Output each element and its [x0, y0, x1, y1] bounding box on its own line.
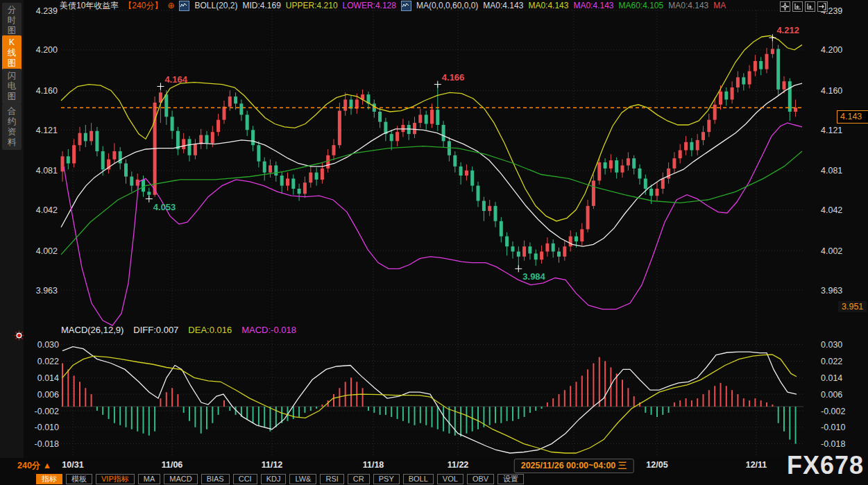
macd-axis-label: -0.002	[821, 407, 845, 416]
price-annotation: 4.053	[153, 202, 176, 212]
y-axis-label: 3.963	[36, 286, 58, 296]
boll-lower-value: LOWER:4.128	[343, 1, 396, 10]
x-axis-label: 11/18	[363, 460, 384, 470]
zoom-in-icon[interactable]	[805, 1, 815, 12]
ma0-magenta-value: MA0:4.143	[573, 1, 613, 10]
y-axis-label: 3.963	[821, 286, 842, 296]
last-price-tag: 4.143	[837, 110, 868, 124]
macd-histogram	[62, 357, 796, 444]
tab-boll[interactable]: BOLL	[403, 474, 434, 484]
boll-indicator-icon[interactable]	[179, 1, 189, 11]
macd-axis-label: -0.018	[821, 439, 845, 449]
ma0-gray-value: MA0:4.143	[668, 1, 708, 10]
sidebar-item-flash[interactable]: 闪电图	[2, 69, 22, 104]
zoom-out-icon[interactable]	[792, 1, 803, 12]
period-badge: 【240分】	[124, 0, 162, 12]
macd-axis-label: 0.006	[821, 390, 842, 400]
macd-dea-value: DEA:0.016	[188, 325, 232, 335]
y-axis-label: 4.200	[36, 45, 58, 55]
price-annotation: 4.164	[164, 74, 187, 85]
boll-label: BOLL(20,2)	[194, 1, 237, 10]
y-axis-label: 4.002	[36, 246, 58, 256]
ma60-green-value: MA60:4.105	[618, 1, 663, 10]
y-axis-label: 4.239	[36, 6, 58, 16]
candlestick-chart[interactable]: 4.2394.2394.2004.2004.1604.1604.1214.121…	[24, 0, 868, 459]
tab-cr[interactable]: CR	[348, 474, 370, 484]
sidebar-item-contract-info[interactable]: 合约资料	[2, 104, 22, 150]
chart-tool-icons	[780, 1, 828, 12]
live-alert-icon	[14, 330, 24, 341]
tab-template[interactable]: 模板	[66, 474, 92, 484]
macd-axis-label: -0.002	[35, 407, 59, 416]
sidebar-item-kline[interactable]: K线图	[2, 35, 22, 71]
tab-indicator[interactable]: 指标	[36, 474, 62, 484]
price-annotations: 4.0534.1644.1663.9844.212	[146, 25, 799, 282]
y-axis-label: 4.160	[36, 86, 58, 96]
app-window: { "header": { "title": "美债10年收益率", "peri…	[0, 0, 868, 485]
sidebar-item-label: 闪电图	[7, 71, 17, 102]
ma-label: MA(0,0,0,60,0,0)	[416, 1, 478, 10]
y-axis-label: 4.121	[36, 126, 58, 135]
x-axis-label: 12/11	[746, 460, 767, 470]
tab-kdj[interactable]: KDJ	[261, 474, 287, 484]
sidebar-item-label: 合约资料	[7, 106, 17, 148]
tab-rsi[interactable]: RSI	[320, 474, 343, 484]
y-axis-label: 4.121	[821, 126, 842, 135]
macd-axis-label: -0.018	[35, 439, 59, 449]
indicator-header: 美债10年收益率 【240分】 ⊕ BOLL(20,2) MID:4.169 U…	[60, 1, 726, 10]
macd-axis-label: 0.014	[821, 373, 842, 383]
y-axis-label: 4.042	[36, 205, 58, 215]
tab-obv[interactable]: OBV	[467, 474, 494, 484]
y-axis-label: 4.081	[36, 166, 58, 176]
tab-vol[interactable]: VOL	[437, 474, 463, 484]
boll-upper-value: UPPER:4.210	[286, 1, 338, 10]
macd-axis-label: 0.030	[37, 340, 59, 350]
sidebar-item-timeline[interactable]: 分时图	[2, 3, 22, 38]
sidebar: 分时图 K线图 闪电图 合约资料	[0, 0, 24, 458]
ma-indicator-icon[interactable]	[401, 1, 411, 11]
period-indicator[interactable]: 240分 ▲	[17, 460, 51, 472]
tab-ma[interactable]: MA	[138, 474, 161, 484]
watermark: FX678	[787, 451, 864, 480]
ma0-white-value: MA0:4.143	[483, 1, 523, 10]
price-annotation: 4.166	[442, 72, 465, 83]
price-annotation: 4.212	[776, 25, 799, 35]
macd-header: MACD(26,12,9) DIFF:0.007 DEA:0.016 MACD:…	[61, 325, 296, 335]
crosshair-icon[interactable]	[780, 1, 790, 12]
current-bar-range: 2025/11/26 00:00~04:00 三	[514, 459, 634, 473]
macd-axis-label: 0.014	[37, 373, 59, 383]
sidebar-item-label: 分时图	[7, 5, 17, 36]
ma0-yellow-value: MA0:4.143	[528, 1, 568, 10]
macd-diff-value: DIFF:0.007	[133, 325, 178, 335]
tab-cci[interactable]: CCI	[233, 474, 257, 484]
macd-axis-label: 0.022	[821, 357, 842, 366]
session-low-tag: 3.951	[838, 301, 867, 312]
tab-macd[interactable]: MACD	[164, 474, 197, 484]
symbol-title: 美债10年收益率	[60, 0, 119, 12]
ma-red-label: MA	[713, 1, 726, 10]
tab-vip-indicator[interactable]: VIP指标	[96, 474, 135, 484]
x-axis-label: 12/05	[646, 460, 667, 470]
y-axis-label: 4.160	[821, 86, 842, 96]
y-axis-label: 4.042	[821, 205, 842, 215]
candlestick-series	[61, 37, 798, 269]
y-axis-label: 4.002	[821, 246, 842, 256]
macd-axis-label: -0.010	[35, 423, 59, 432]
macd-axis-label: 0.006	[37, 390, 59, 400]
pan-right-icon[interactable]	[817, 1, 828, 12]
x-axis-label: 11/06	[162, 460, 183, 470]
price-annotation: 3.984	[522, 271, 545, 282]
tab-settings[interactable]: 设置	[497, 474, 524, 484]
indicator-toolbar: 指标 模板 VIP指标 MA MACD BIAS CCI KDJ LW& RSI…	[0, 473, 868, 485]
x-axis-label: 11/12	[262, 460, 283, 470]
tab-bias[interactable]: BIAS	[201, 474, 230, 484]
tab-lw[interactable]: LW&	[289, 474, 316, 484]
y-axis-label: 4.200	[821, 45, 842, 55]
boll-mid-value: MID:4.169	[243, 1, 281, 10]
macd-axis-label: 0.022	[37, 357, 59, 366]
tab-psy[interactable]: PSY	[373, 474, 400, 484]
macd-axis-label: -0.010	[821, 423, 845, 432]
y-axis-labels: 4.2394.2394.2004.2004.1604.1604.1214.121…	[35, 6, 846, 450]
y-axis-label: 4.081	[821, 166, 842, 176]
plus-icon[interactable]: ⊕	[167, 1, 174, 10]
